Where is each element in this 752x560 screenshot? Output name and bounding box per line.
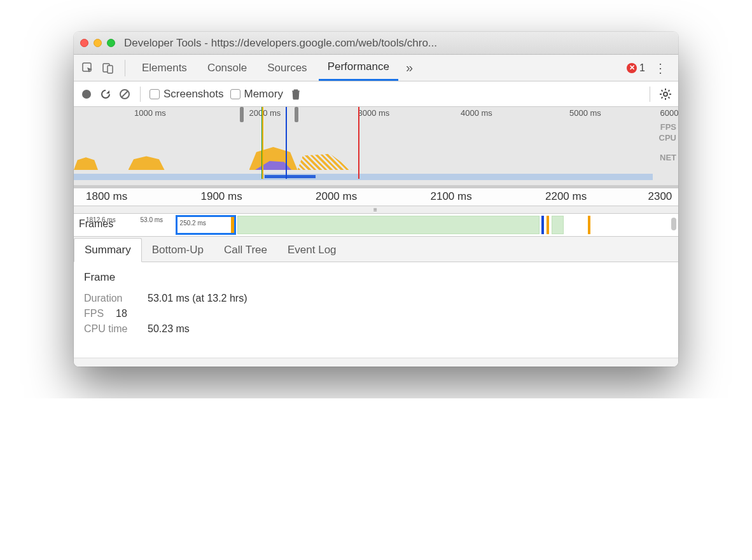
ruler-tick: 1000 ms	[134, 108, 166, 118]
cpu-chart	[74, 144, 678, 170]
lane-cpu: CPU	[659, 133, 676, 143]
overview-chart[interactable]: 1000 ms 2000 ms 3000 ms 4000 ms 5000 ms …	[74, 107, 678, 188]
ruler-tick: 2100 ms	[431, 190, 472, 203]
frame-marker	[541, 216, 544, 234]
traffic-lights	[80, 39, 115, 47]
summary-row: Duration 53.01 ms (at 13.2 hrs)	[84, 293, 668, 304]
ruler-tick: 1900 ms	[201, 190, 242, 203]
frame-time: 250.2 ms	[180, 220, 206, 227]
ruler-tick: 2200 ms	[545, 190, 587, 203]
frame-block[interactable]	[237, 216, 540, 234]
lane-fps: FPS	[659, 122, 676, 132]
row-value: 18	[116, 308, 127, 319]
detail-tabbar: Summary Bottom-Up Call Tree Event Log	[74, 237, 678, 262]
memory-checkbox[interactable]: Memory	[230, 88, 283, 101]
selected-frame[interactable]: 250.2 ms	[176, 215, 236, 235]
ruler-tick: 5000 ms	[569, 108, 601, 118]
error-badge[interactable]: ✕ 1	[627, 62, 645, 74]
tab-elements[interactable]: Elements	[133, 55, 196, 81]
net-chart	[74, 174, 653, 180]
row-value: 53.01 ms (at 13.2 hrs)	[148, 293, 247, 304]
svg-rect-2	[108, 66, 113, 73]
screenshots-checkbox[interactable]: Screenshots	[150, 88, 224, 101]
row-label: FPS	[84, 308, 116, 319]
ruler-tick: 1800 ms	[86, 190, 127, 203]
inspect-element-icon[interactable]	[79, 59, 97, 77]
record-icon[interactable]	[80, 88, 93, 101]
row-label: CPU time	[84, 323, 148, 335]
frame-marker	[588, 216, 590, 234]
selection-handle-left[interactable]	[240, 107, 244, 122]
svg-rect-0	[83, 63, 91, 71]
bottom-strip	[74, 358, 678, 367]
ruler-tick: 6000	[660, 108, 679, 118]
summary-title: Frame	[84, 271, 668, 284]
close-icon[interactable]	[80, 39, 88, 47]
tab-sources[interactable]: Sources	[258, 55, 316, 81]
ruler-tick: 4000 ms	[461, 108, 492, 118]
divider	[650, 87, 650, 102]
ruler-tick: 3000 ms	[358, 108, 390, 118]
checkbox-icon	[230, 89, 240, 99]
row-value: 50.23 ms	[148, 323, 190, 335]
checkbox-icon	[150, 89, 160, 99]
window-title: Developer Tools - https://developers.goo…	[124, 37, 672, 50]
tab-summary[interactable]: Summary	[74, 238, 142, 262]
scrollbar-thumb[interactable]	[671, 218, 676, 230]
memory-label: Memory	[244, 88, 283, 101]
ruler-tick: 2000 ms	[316, 190, 357, 203]
summary-panel: Frame Duration 53.01 ms (at 13.2 hrs) FP…	[74, 262, 678, 358]
device-toggle-icon[interactable]	[99, 59, 117, 77]
frame-time: 53.0 ms	[141, 216, 164, 223]
overview-ruler: 1000 ms 2000 ms 3000 ms 4000 ms 5000 ms …	[74, 107, 678, 121]
devtools-window: Developer Tools - https://developers.goo…	[74, 32, 678, 367]
reload-icon[interactable]	[99, 88, 112, 101]
titlebar[interactable]: Developer Tools - https://developers.goo…	[74, 32, 678, 55]
frame-time: 1812.6 ms	[86, 216, 116, 223]
tab-performance[interactable]: Performance	[319, 55, 398, 81]
clear-icon[interactable]	[118, 88, 131, 101]
screenshots-label: Screenshots	[164, 88, 224, 101]
tab-console[interactable]: Console	[198, 55, 256, 81]
kebab-menu-icon[interactable]: ⋮	[648, 60, 673, 76]
collapse-handle[interactable]: ≡	[74, 206, 678, 214]
marker-line	[358, 107, 359, 179]
settings-gear-icon[interactable]	[659, 88, 672, 101]
ruler-tick: 2000 ms	[249, 108, 281, 118]
trash-icon[interactable]	[289, 88, 302, 101]
svg-line-5	[122, 91, 128, 97]
marker-line	[286, 107, 287, 179]
tabs-overflow-icon[interactable]: »	[401, 60, 418, 75]
frames-row[interactable]: Frames 1812.6 ms 53.0 ms 250.2 ms	[74, 214, 678, 237]
marker-line	[262, 107, 263, 179]
error-icon: ✕	[627, 63, 637, 73]
minimize-icon[interactable]	[94, 39, 102, 47]
perf-toolbar: Screenshots Memory	[74, 81, 678, 107]
selection-handle-right[interactable]	[295, 107, 298, 122]
summary-row: FPS 18	[84, 308, 668, 319]
svg-point-3	[82, 90, 91, 99]
divider	[125, 60, 125, 76]
divider	[140, 87, 141, 102]
tab-call-tree[interactable]: Call Tree	[214, 239, 277, 262]
main-tabbar: Elements Console Sources Performance » ✕…	[74, 55, 678, 81]
frame-marker	[547, 216, 549, 234]
error-count: 1	[639, 62, 645, 74]
tab-bottom-up[interactable]: Bottom-Up	[142, 239, 214, 262]
tab-event-log[interactable]: Event Log	[277, 239, 347, 262]
row-label: Duration	[84, 293, 148, 304]
zoom-icon[interactable]	[107, 39, 115, 47]
svg-point-6	[664, 92, 667, 96]
summary-row: CPU time 50.23 ms	[84, 323, 668, 335]
ruler-tick: 2300	[648, 190, 672, 203]
frame-block[interactable]	[552, 216, 564, 234]
detail-ruler[interactable]: 1800 ms 1900 ms 2000 ms 2100 ms 2200 ms …	[74, 188, 678, 206]
